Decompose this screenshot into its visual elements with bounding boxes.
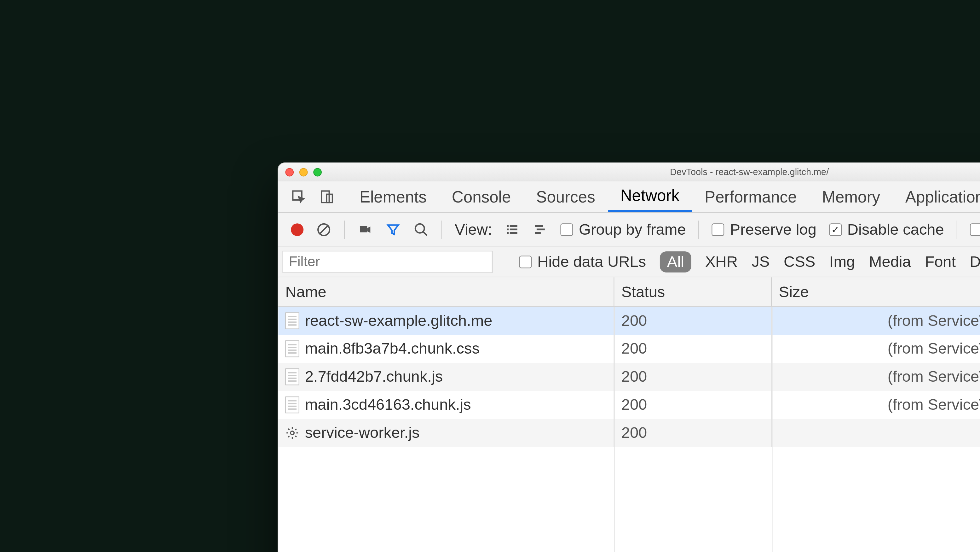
large-rows-icon[interactable]	[505, 222, 520, 237]
request-row[interactable]: main.8fb3a7b4.chunk.css200(from ServiceW…	[278, 335, 980, 363]
filter-type-doc[interactable]: Doc	[970, 252, 980, 271]
svg-line-7	[423, 231, 427, 235]
svg-rect-9	[510, 225, 518, 227]
column-headers: Name Status Size Waterfall▲	[278, 277, 980, 306]
clear-icon[interactable]	[316, 222, 331, 237]
hide-data-urls-checkbox[interactable]	[519, 255, 531, 268]
zoom-window-icon[interactable]	[313, 168, 322, 177]
disable-cache-checkbox[interactable]	[829, 223, 842, 236]
main-tabs: ElementsConsoleSourcesNetworkPerformance…	[278, 181, 980, 213]
waterfall-overview-icon[interactable]	[533, 222, 548, 237]
request-row[interactable]: service-worker.js2000 B	[278, 419, 980, 447]
svg-point-17	[291, 431, 294, 435]
camera-icon[interactable]	[357, 222, 373, 237]
window-controls	[285, 168, 322, 177]
close-window-icon[interactable]	[285, 168, 294, 177]
request-size: (from ServiceWorker)	[772, 363, 980, 391]
filter-type-media[interactable]: Media	[869, 252, 911, 271]
record-button[interactable]	[291, 223, 304, 236]
svg-rect-14	[535, 225, 543, 227]
request-status: 200	[614, 335, 772, 363]
tab-console[interactable]: Console	[439, 181, 523, 212]
svg-point-6	[415, 223, 425, 233]
svg-rect-1	[321, 191, 329, 203]
titlebar: DevTools - react-sw-example.glitch.me/	[278, 163, 980, 181]
svg-rect-10	[507, 228, 509, 230]
filter-type-all[interactable]: All	[660, 251, 691, 272]
view-label: View:	[455, 220, 492, 238]
devtools-window: DevTools - react-sw-example.glitch.me/ E…	[278, 163, 980, 552]
hide-data-urls-label: Hide data URLs	[537, 252, 646, 271]
request-size: (from ServiceWorker)	[772, 391, 980, 419]
svg-rect-15	[537, 228, 545, 230]
file-icon	[285, 369, 299, 385]
preserve-log-label: Preserve log	[730, 220, 816, 238]
request-row[interactable]: react-sw-example.glitch.me200(from Servi…	[278, 307, 980, 335]
file-icon	[285, 397, 299, 413]
svg-line-4	[320, 225, 328, 233]
search-icon[interactable]	[414, 222, 429, 237]
network-toolbar: View: Group by frame Preserve log Disabl…	[278, 213, 980, 247]
preserve-log-option[interactable]: Preserve log	[712, 220, 816, 238]
request-name: main.3cd46163.chunk.js	[305, 396, 471, 414]
filter-type-js[interactable]: JS	[751, 252, 770, 271]
filter-row: Hide data URLs AllXHRJSCSSImgMediaFontDo…	[278, 247, 980, 278]
request-name: service-worker.js	[305, 424, 420, 442]
request-status: 200	[614, 419, 772, 447]
filter-type-css[interactable]: CSS	[784, 252, 816, 271]
svg-rect-12	[507, 232, 509, 234]
request-size: (from ServiceWorker)	[772, 335, 980, 363]
tab-performance[interactable]: Performance	[692, 181, 809, 212]
group-by-frame-checkbox[interactable]	[561, 223, 573, 236]
window-title: DevTools - react-sw-example.glitch.me/	[670, 166, 829, 177]
svg-rect-11	[510, 228, 518, 230]
gear-icon	[285, 426, 299, 440]
svg-rect-5	[360, 225, 367, 232]
group-by-frame-label: Group by frame	[579, 220, 686, 238]
svg-rect-8	[507, 225, 509, 227]
request-row[interactable]: main.3cd46163.chunk.js200(from ServiceWo…	[278, 391, 980, 419]
request-size: (from ServiceWorker)	[772, 307, 980, 335]
minimize-window-icon[interactable]	[299, 168, 308, 177]
request-status: 200	[614, 363, 772, 391]
request-name: react-sw-example.glitch.me	[305, 312, 493, 330]
disable-cache-option[interactable]: Disable cache	[829, 220, 944, 238]
filter-type-img[interactable]: Img	[829, 252, 855, 271]
request-status: 200	[614, 307, 772, 335]
hide-data-urls-option[interactable]: Hide data URLs	[519, 252, 646, 271]
request-status: 200	[614, 391, 772, 419]
tab-elements[interactable]: Elements	[347, 181, 439, 212]
svg-rect-13	[510, 232, 518, 234]
header-name[interactable]: Name	[278, 277, 614, 306]
filter-type-xhr[interactable]: XHR	[705, 252, 738, 271]
disable-cache-label: Disable cache	[847, 220, 944, 238]
filter-input[interactable]	[283, 250, 493, 273]
filter-toggle-icon[interactable]	[385, 222, 401, 237]
group-by-frame-option[interactable]: Group by frame	[561, 220, 686, 238]
request-row[interactable]: 2.7fdd42b7.chunk.js200(from ServiceWorke…	[278, 363, 980, 391]
device-toolbar-icon[interactable]	[319, 189, 334, 204]
header-size[interactable]: Size	[772, 277, 980, 306]
offline-checkbox[interactable]	[970, 223, 980, 236]
request-list: react-sw-example.glitch.me200(from Servi…	[278, 307, 980, 552]
tab-application[interactable]: Application	[893, 181, 980, 212]
request-size: 0 B	[772, 419, 980, 447]
tab-memory[interactable]: Memory	[810, 181, 893, 212]
offline-option[interactable]: Offline	[970, 220, 980, 238]
header-status[interactable]: Status	[614, 277, 772, 306]
tab-network[interactable]: Network	[608, 181, 692, 212]
request-name: 2.7fdd42b7.chunk.js	[305, 368, 443, 386]
preserve-log-checkbox[interactable]	[712, 223, 724, 236]
svg-rect-16	[535, 232, 541, 234]
file-icon	[285, 340, 299, 357]
file-icon	[285, 312, 299, 329]
request-name: main.8fb3a7b4.chunk.css	[305, 340, 480, 358]
filter-type-font[interactable]: Font	[925, 252, 956, 271]
tab-sources[interactable]: Sources	[523, 181, 608, 212]
inspect-element-icon[interactable]	[291, 189, 306, 204]
